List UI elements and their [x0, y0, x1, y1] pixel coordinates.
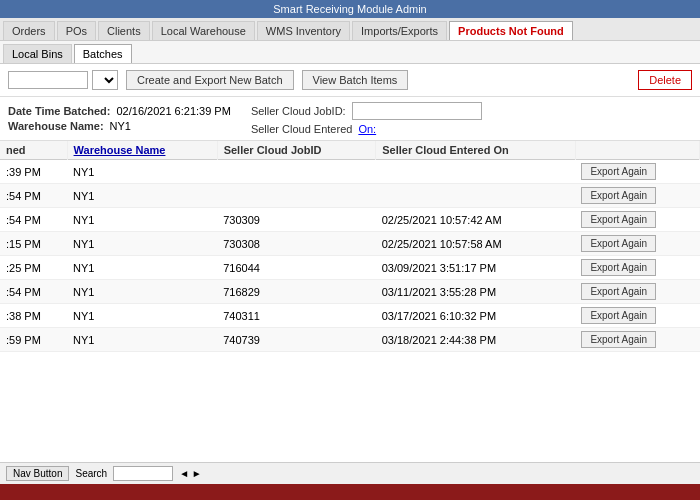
cell-warehouse-name: NY1: [67, 160, 217, 184]
cell-warehouse-name: NY1: [67, 280, 217, 304]
cell-action: Export Again: [575, 184, 699, 208]
tab-imports-exports[interactable]: Imports/Exports: [352, 21, 447, 40]
delete-button[interactable]: Delete: [638, 70, 692, 90]
cell-warehouse-name: NY1: [67, 304, 217, 328]
main-nav: Orders POs Clients Local Warehouse WMS I…: [0, 18, 700, 41]
cell-job-id: 730308: [217, 232, 376, 256]
cell-action: Export Again: [575, 232, 699, 256]
export-again-button[interactable]: Export Again: [581, 307, 656, 324]
cell-ned: :15 PM: [0, 232, 67, 256]
table-row: :39 PM NY1 Export Again: [0, 160, 700, 184]
date-time-batched-value: 02/16/2021 6:21:39 PM: [117, 105, 231, 117]
cell-entered-on: 03/11/2021 3:55:28 PM: [376, 280, 576, 304]
cell-entered-on: 03/09/2021 3:51:17 PM: [376, 256, 576, 280]
app-title: Smart Receiving Module Admin: [273, 3, 426, 15]
cell-entered-on: [376, 184, 576, 208]
bottom-bar: Nav Button Search ◄ ►: [0, 462, 700, 484]
table-row: :38 PM NY1 740311 03/17/2021 6:10:32 PM …: [0, 304, 700, 328]
warehouse-row: Warehouse Name: NY1: [8, 120, 231, 132]
warehouse-name-value: NY1: [110, 120, 131, 132]
seller-cloud-entered-link[interactable]: On:: [358, 123, 376, 135]
batch-selector-input[interactable]: [8, 71, 88, 89]
col-seller-cloud-entered-on: Seller Cloud Entered On: [376, 141, 576, 160]
cell-job-id: [217, 160, 376, 184]
export-again-button[interactable]: Export Again: [581, 259, 656, 276]
tab-products-not-found[interactable]: Products Not Found: [449, 21, 573, 40]
batch-dropdown[interactable]: [92, 70, 118, 90]
cell-ned: :54 PM: [0, 280, 67, 304]
cell-ned: :59 PM: [0, 328, 67, 352]
seller-cloud-job-row: Seller Cloud JobID:: [251, 102, 482, 120]
cell-warehouse-name: NY1: [67, 232, 217, 256]
seller-cloud-entered-label: Seller Cloud Entered: [251, 123, 353, 135]
cell-job-id: 730309: [217, 208, 376, 232]
export-again-button[interactable]: Export Again: [581, 331, 656, 348]
export-again-button[interactable]: Export Again: [581, 187, 656, 204]
cell-action: Export Again: [575, 160, 699, 184]
toolbar-left: [8, 70, 118, 90]
date-time-group: Date Time Batched: 02/16/2021 6:21:39 PM…: [8, 105, 231, 132]
export-again-button[interactable]: Export Again: [581, 163, 656, 180]
nav-button[interactable]: Nav Button: [6, 466, 69, 481]
cell-warehouse-name: NY1: [67, 256, 217, 280]
warehouse-name-label: Warehouse Name:: [8, 120, 104, 132]
col-action: [575, 141, 699, 160]
seller-cloud-job-label: Seller Cloud JobID:: [251, 105, 346, 117]
table-row: :54 PM NY1 716829 03/11/2021 3:55:28 PM …: [0, 280, 700, 304]
table-row: :54 PM NY1 Export Again: [0, 184, 700, 208]
cell-warehouse-name: NY1: [67, 208, 217, 232]
search-label: Search: [75, 468, 107, 479]
tab-local-warehouse[interactable]: Local Warehouse: [152, 21, 255, 40]
cell-warehouse-name: NY1: [67, 184, 217, 208]
cell-entered-on: 02/25/2021 10:57:42 AM: [376, 208, 576, 232]
table-container: ned Warehouse Name Seller Cloud JobID Se…: [0, 141, 700, 462]
tab-wms-inventory[interactable]: WMS Inventory: [257, 21, 350, 40]
cell-entered-on: 02/25/2021 10:57:58 AM: [376, 232, 576, 256]
date-time-batched-label: Date Time Batched:: [8, 105, 111, 117]
tab-orders[interactable]: Orders: [3, 21, 55, 40]
tab-pos[interactable]: POs: [57, 21, 96, 40]
view-batch-items-button[interactable]: View Batch Items: [302, 70, 409, 90]
cell-job-id: [217, 184, 376, 208]
sub-tab-batches[interactable]: Batches: [74, 44, 132, 63]
cell-entered-on: [376, 160, 576, 184]
seller-cloud-job-input[interactable]: [352, 102, 482, 120]
cell-entered-on: 03/17/2021 6:10:32 PM: [376, 304, 576, 328]
table-row: :59 PM NY1 740739 03/18/2021 2:44:38 PM …: [0, 328, 700, 352]
cell-action: Export Again: [575, 328, 699, 352]
create-export-batch-button[interactable]: Create and Export New Batch: [126, 70, 294, 90]
footer-bar: [0, 484, 700, 500]
app-title-bar: Smart Receiving Module Admin: [0, 0, 700, 18]
cell-ned: :25 PM: [0, 256, 67, 280]
cell-job-id: 716829: [217, 280, 376, 304]
form-section: Date Time Batched: 02/16/2021 6:21:39 PM…: [0, 97, 700, 141]
cell-entered-on: 03/18/2021 2:44:38 PM: [376, 328, 576, 352]
table-row: :54 PM NY1 730309 02/25/2021 10:57:42 AM…: [0, 208, 700, 232]
batches-table: ned Warehouse Name Seller Cloud JobID Se…: [0, 141, 700, 352]
search-input[interactable]: [113, 466, 173, 481]
tab-clients[interactable]: Clients: [98, 21, 150, 40]
export-again-button[interactable]: Export Again: [581, 235, 656, 252]
cell-action: Export Again: [575, 304, 699, 328]
sub-tab-local-bins[interactable]: Local Bins: [3, 44, 72, 63]
cell-warehouse-name: NY1: [67, 328, 217, 352]
cell-ned: :54 PM: [0, 184, 67, 208]
table-row: :25 PM NY1 716044 03/09/2021 3:51:17 PM …: [0, 256, 700, 280]
page-controls: ◄ ►: [179, 468, 202, 479]
toolbar: Create and Export New Batch View Batch I…: [0, 64, 700, 97]
cell-action: Export Again: [575, 280, 699, 304]
date-time-row: Date Time Batched: 02/16/2021 6:21:39 PM: [8, 105, 231, 117]
cell-job-id: 740311: [217, 304, 376, 328]
export-again-button[interactable]: Export Again: [581, 211, 656, 228]
cell-action: Export Again: [575, 256, 699, 280]
cell-job-id: 716044: [217, 256, 376, 280]
seller-cloud-group: Seller Cloud JobID: Seller Cloud Entered…: [251, 102, 482, 135]
sub-nav: Local Bins Batches: [0, 41, 700, 64]
export-again-button[interactable]: Export Again: [581, 283, 656, 300]
seller-cloud-entered-row: Seller Cloud Entered On:: [251, 123, 482, 135]
cell-ned: :39 PM: [0, 160, 67, 184]
cell-ned: :38 PM: [0, 304, 67, 328]
col-warehouse-name: Warehouse Name: [67, 141, 217, 160]
cell-action: Export Again: [575, 208, 699, 232]
cell-ned: :54 PM: [0, 208, 67, 232]
